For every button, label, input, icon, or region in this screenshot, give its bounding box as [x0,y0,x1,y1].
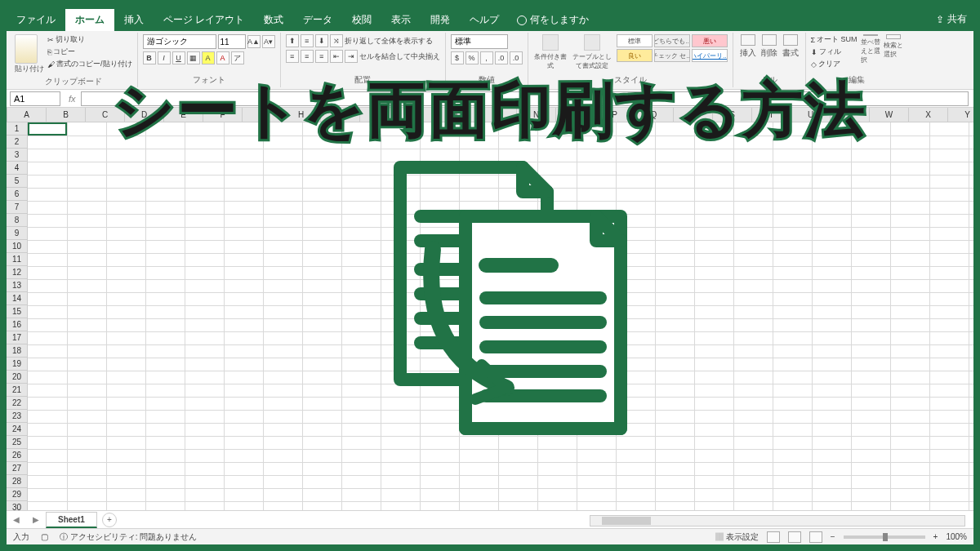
align-middle-button[interactable]: ≡ [301,34,314,47]
cell-style-normal[interactable]: 標準 [617,34,653,47]
row-header[interactable]: 18 [7,344,27,358]
column-header[interactable]: Y [948,108,980,122]
zoom-slider-thumb[interactable] [883,533,888,541]
column-header[interactable]: A [7,108,47,122]
autosum-button[interactable]: Σオート SUM [811,34,858,45]
row-header[interactable]: 19 [7,358,27,371]
row-header[interactable]: 7 [7,201,27,214]
row-header[interactable]: 24 [7,423,27,436]
row-header[interactable]: 26 [7,449,27,462]
row-header[interactable]: 1 [7,122,27,136]
row-header[interactable]: 15 [7,305,27,318]
tab-help[interactable]: ヘルプ [460,9,509,31]
sort-filter-button[interactable]: 並べ替えと選択 [861,34,880,59]
delete-cells-button[interactable]: 削除 [760,34,779,59]
phonetic-button[interactable]: ア [231,51,244,64]
number-format-select[interactable] [451,34,508,49]
add-sheet-button[interactable]: + [102,513,117,527]
row-header[interactable]: 3 [7,149,27,162]
merge-center-button[interactable]: セルを結合して中央揃え [359,51,440,62]
zoom-slider[interactable] [844,535,925,539]
fx-icon[interactable]: fx [64,94,81,104]
cell-style-good[interactable]: 良い [617,49,653,62]
row-header[interactable]: 9 [7,227,27,240]
increase-decimal-button[interactable]: .0 [495,51,508,64]
cell-style-bad[interactable]: 悪い [692,34,728,47]
font-size-select[interactable] [218,34,246,49]
tell-me-search[interactable]: 何をしますか [509,9,597,31]
row-header[interactable]: 17 [7,331,27,344]
zoom-level[interactable]: 100% [946,532,967,541]
orientation-button[interactable]: ⤭ [330,34,343,47]
row-header[interactable]: 21 [7,384,27,397]
increase-indent-button[interactable]: ⇥ [345,50,358,63]
page-break-view-button[interactable] [809,531,822,543]
row-header[interactable]: 22 [7,397,27,410]
page-layout-view-button[interactable] [788,531,801,543]
align-right-button[interactable]: ≡ [315,50,328,63]
copy-button[interactable]: ⎘コピー [47,47,132,57]
align-bottom-button[interactable]: ⬇ [315,34,328,47]
font-color-button[interactable]: A [216,51,229,64]
row-header[interactable]: 2 [7,136,27,149]
comma-button[interactable]: , [480,51,493,64]
format-as-table-icon[interactable] [584,34,600,51]
align-center-button[interactable]: ≡ [301,50,314,63]
bold-button[interactable]: B [143,51,156,64]
decrease-indent-button[interactable]: ⇤ [330,50,343,63]
row-header[interactable]: 5 [7,175,27,188]
decrease-font-button[interactable]: A▾ [262,35,275,48]
scrollbar-thumb[interactable] [602,517,651,525]
currency-button[interactable]: $ [451,51,464,64]
tab-data[interactable]: データ [293,9,342,31]
sheet-nav-prev[interactable]: ◀ [7,515,26,524]
zoom-out-button[interactable]: − [831,532,835,541]
row-header[interactable]: 13 [7,279,27,292]
tab-formulas[interactable]: 数式 [254,9,293,31]
find-select-button[interactable]: 検索と選択 [884,34,903,59]
tab-insert[interactable]: 挿入 [114,9,154,31]
fill-color-button[interactable]: A [202,51,215,64]
row-header[interactable]: 12 [7,266,27,279]
align-top-button[interactable]: ⬆ [286,34,299,47]
tab-review[interactable]: 校閲 [342,9,381,31]
row-header[interactable]: 20 [7,371,27,384]
tab-file[interactable]: ファイル [7,9,65,31]
wrap-text-button[interactable]: 折り返して全体を表示する [345,36,433,47]
row-header[interactable]: 8 [7,214,27,227]
increase-font-button[interactable]: A▲ [247,35,261,48]
column-header[interactable]: B [47,108,86,122]
row-header[interactable]: 16 [7,318,27,331]
row-header[interactable]: 6 [7,188,27,201]
clear-button[interactable]: ◇クリア [811,59,858,69]
tab-home[interactable]: ホーム [65,9,114,31]
format-painter-button[interactable]: 🖌書式のコピー/貼り付け [47,59,132,69]
macro-record-icon[interactable]: ▢ [41,532,48,541]
sheet-tab-1[interactable]: Sheet1 [46,512,97,528]
normal-view-button[interactable] [767,531,780,543]
row-header[interactable]: 14 [7,292,27,305]
row-header[interactable]: 27 [7,462,27,475]
cell-style-hyperlink[interactable]: ハイパーリ... [692,49,728,62]
paste-button[interactable] [15,34,38,64]
column-header[interactable]: W [870,108,909,122]
cell-style-check[interactable]: チェック セ... [654,49,690,62]
accessibility-status[interactable]: ⓘ アクセシビリティ: 問題ありません [60,531,197,543]
tab-developer[interactable]: 開発 [421,9,460,31]
zoom-in-button[interactable]: + [933,532,938,541]
border-button[interactable]: ▦ [187,51,200,64]
share-button[interactable]: ⇪ 共有 [936,12,967,26]
row-header[interactable]: 10 [7,240,27,253]
column-header[interactable]: X [909,108,948,122]
sheet-nav-next[interactable]: ▶ [26,515,46,524]
tab-view[interactable]: 表示 [381,9,421,31]
row-header[interactable]: 11 [7,253,27,266]
tab-page-layout[interactable]: ページ レイアウト [154,9,254,31]
display-settings-button[interactable]: ▥ 表示設定 [715,531,759,543]
row-header[interactable]: 25 [7,436,27,449]
horizontal-scrollbar[interactable] [590,515,965,527]
conditional-format-icon[interactable] [542,34,559,51]
font-name-select[interactable] [143,34,216,49]
insert-cells-button[interactable]: 挿入 [738,34,758,59]
cell-style-neutral[interactable]: どちらでも... [654,34,690,47]
